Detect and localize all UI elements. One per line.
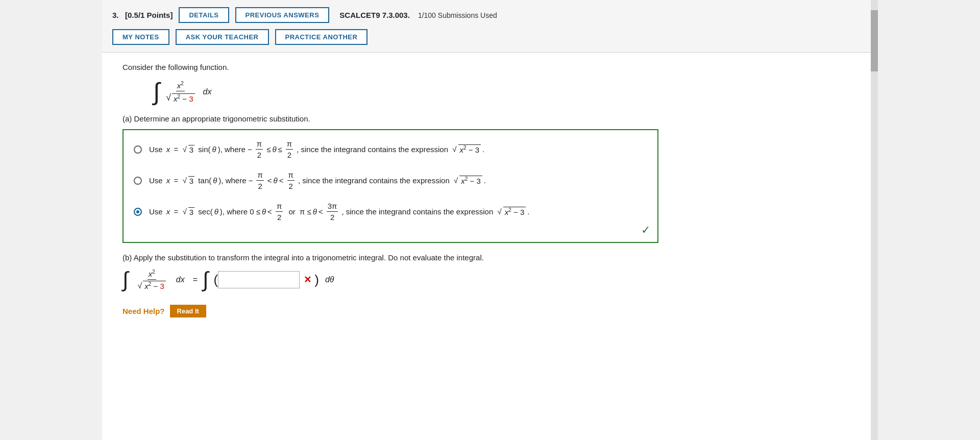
page-wrapper: 3. [0.5/1 Points] DETAILS PREVIOUS ANSWE… xyxy=(102,0,878,440)
b-denominator: √ x2 − 3 xyxy=(136,280,168,290)
radio-1[interactable] xyxy=(134,145,142,154)
answer-input[interactable] xyxy=(218,271,300,288)
submissions-text: 1/100 Submissions Used xyxy=(418,11,497,19)
top-bar: 3. [0.5/1 Points] DETAILS PREVIOUS ANSWE… xyxy=(102,0,878,53)
radio-3[interactable] xyxy=(134,208,142,216)
problem-points: [0.5/1 Points] xyxy=(125,11,173,19)
b-right-expr: ( ✕ ) xyxy=(214,271,319,288)
open-paren: ( xyxy=(214,272,218,288)
details-button[interactable]: DETAILS xyxy=(179,7,229,23)
options-box: Use x = √3 sin(θ), where − π 2 ≤ θ ≤ π 2… xyxy=(122,129,658,243)
main-integral: ∫ x2 √ x2 − 3 dx xyxy=(153,80,857,104)
sqrt-symbol: √ xyxy=(166,92,171,103)
radio-2[interactable] xyxy=(134,177,142,185)
sqrt-content: x2 − 3 xyxy=(172,93,195,103)
scrollbar[interactable] xyxy=(871,0,878,440)
dx-text: dx xyxy=(203,87,212,96)
option-row-1: Use x = √3 sin(θ), where − π 2 ≤ θ ≤ π 2… xyxy=(134,139,647,159)
dtheta: dθ xyxy=(325,275,334,284)
x-var: x xyxy=(164,145,173,154)
part-b-integral: ∫ x2 √ x2 − 3 dx = ∫ ( xyxy=(122,269,857,290)
numerator: x2 xyxy=(176,81,185,91)
scrollbar-thumb[interactable] xyxy=(871,10,878,71)
sqrt-wrapper: √ x2 − 3 xyxy=(166,92,194,103)
main-fraction: x2 √ x2 − 3 xyxy=(164,81,197,103)
top-row2: MY NOTES ASK YOUR TEACHER PRACTICE ANOTH… xyxy=(112,29,868,45)
option-3-text: Use x = √3 sec(θ), where 0 ≤ θ < π 2 or … xyxy=(149,202,530,222)
integral-sign-b-left: ∫ xyxy=(122,269,129,290)
problem-code: SCALCET9 7.3.003. xyxy=(339,11,410,19)
problem-number: 3. xyxy=(112,11,119,19)
practice-another-button[interactable]: PRACTICE ANOTHER xyxy=(275,29,368,45)
correct-checkmark: ✓ xyxy=(641,224,650,237)
b-numerator: x2 xyxy=(148,269,156,280)
b-left-fraction: x2 √ x2 − 3 xyxy=(136,269,168,290)
part-a-text: (a) Determine an appropriate trigonometr… xyxy=(122,114,310,123)
equals-sign: = xyxy=(193,275,198,284)
part-a-label: (a) Determine an appropriate trigonometr… xyxy=(122,114,857,123)
option-row-3: Use x = √3 sec(θ), where 0 ≤ θ < π 2 or … xyxy=(134,202,647,222)
b-sqrt: √ x2 − 3 xyxy=(138,281,166,290)
b-sqrt-content: x2 − 3 xyxy=(143,281,166,290)
close-paren: ) xyxy=(314,272,319,288)
part-b-area: (b) Apply the substitution to transform … xyxy=(122,253,857,290)
need-help-section: Need Help? Read It xyxy=(122,305,857,317)
top-row1: 3. [0.5/1 Points] DETAILS PREVIOUS ANSWE… xyxy=(112,7,868,23)
option-2-text: Use x = √3 tan(θ), where − π 2 < θ < π 2… xyxy=(149,170,486,190)
consider-text: Consider the following function. xyxy=(122,63,857,71)
option-row-2: Use x = √3 tan(θ), where − π 2 < θ < π 2… xyxy=(134,170,647,190)
integral-sign-b-right: ∫ xyxy=(203,269,209,290)
option-1-text: Use x = √3 sin(θ), where − π 2 ≤ θ ≤ π 2… xyxy=(149,139,484,159)
red-x-mark: ✕ xyxy=(304,274,311,285)
dx-b: dx xyxy=(176,275,185,284)
b-sqrt-symbol: √ xyxy=(138,281,142,290)
read-it-button[interactable]: Read It xyxy=(170,305,206,317)
content-area: Consider the following function. ∫ x2 √ … xyxy=(102,53,878,333)
problem-label: 3. [0.5/1 Points] xyxy=(112,11,173,19)
ask-teacher-button[interactable]: ASK YOUR TEACHER xyxy=(176,29,269,45)
integral-sign: ∫ xyxy=(153,80,160,104)
previous-answers-button[interactable]: PREVIOUS ANSWERS xyxy=(235,7,330,23)
part-b-label: (b) Apply the substitution to transform … xyxy=(122,253,857,262)
need-help-label: Need Help? xyxy=(122,307,165,315)
denominator: √ x2 − 3 xyxy=(164,91,197,103)
my-notes-button[interactable]: MY NOTES xyxy=(112,29,169,45)
